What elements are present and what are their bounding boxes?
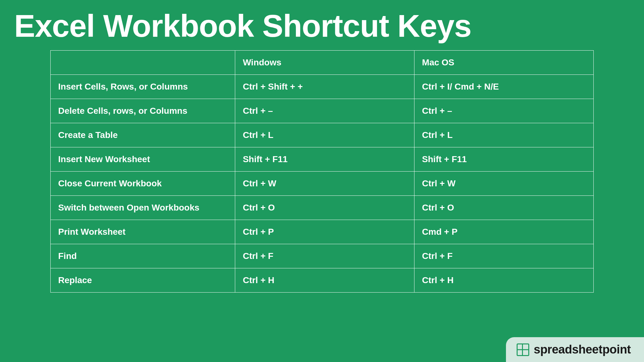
cell-mac: Ctrl + W: [414, 172, 594, 196]
table-row: Insert Cells, Rows, or Columns Ctrl + Sh…: [51, 75, 594, 99]
cell-action: Replace: [51, 268, 235, 293]
table-row: Close Current Workbook Ctrl + W Ctrl + W: [51, 172, 594, 196]
cell-mac: Cmd + P: [414, 220, 594, 244]
header-action: [51, 51, 235, 75]
spreadsheet-icon: [517, 343, 529, 356]
cell-action: Print Worksheet: [51, 220, 235, 244]
cell-action: Close Current Workbook: [51, 172, 235, 196]
cell-action: Switch between Open Workbooks: [51, 196, 235, 220]
header-mac: Mac OS: [414, 51, 594, 75]
cell-mac: Ctrl + L: [414, 123, 594, 147]
cell-windows: Ctrl + L: [235, 123, 414, 147]
cell-mac: Ctrl + O: [414, 196, 594, 220]
table-row: Insert New Worksheet Shift + F11 Shift +…: [51, 147, 594, 172]
table-row: Print Worksheet Ctrl + P Cmd + P: [51, 220, 594, 244]
cell-action: Insert New Worksheet: [51, 147, 235, 172]
cell-windows: Shift + F11: [235, 147, 414, 172]
page-title: Excel Workbook Shortcut Keys: [0, 0, 644, 50]
table-row: Create a Table Ctrl + L Ctrl + L: [51, 123, 594, 147]
table-row: Find Ctrl + F Ctrl + F: [51, 244, 594, 268]
cell-windows: Ctrl + O: [235, 196, 414, 220]
header-windows: Windows: [235, 51, 414, 75]
cell-mac: Ctrl + H: [414, 268, 594, 293]
cell-action: Find: [51, 244, 235, 268]
table-row: Replace Ctrl + H Ctrl + H: [51, 268, 594, 293]
cell-mac: Ctrl + F: [414, 244, 594, 268]
cell-windows: Ctrl + H: [235, 268, 414, 293]
cell-mac: Ctrl + –: [414, 99, 594, 123]
cell-action: Insert Cells, Rows, or Columns: [51, 75, 235, 99]
table-row: Delete Cells, rows, or Columns Ctrl + – …: [51, 99, 594, 123]
cell-action: Create a Table: [51, 123, 235, 147]
table-row: Switch between Open Workbooks Ctrl + O C…: [51, 196, 594, 220]
cell-mac: Shift + F11: [414, 147, 594, 172]
cell-windows: Ctrl + F: [235, 244, 414, 268]
cell-windows: Ctrl + P: [235, 220, 414, 244]
logo-text: spreadsheetpoint: [534, 343, 631, 356]
shortcuts-table: Windows Mac OS Insert Cells, Rows, or Co…: [50, 50, 594, 293]
shortcuts-table-container: Windows Mac OS Insert Cells, Rows, or Co…: [0, 50, 644, 293]
cell-windows: Ctrl + –: [235, 99, 414, 123]
cell-action: Delete Cells, rows, or Columns: [51, 99, 235, 123]
cell-mac: Ctrl + I/ Cmd + N/E: [414, 75, 594, 99]
table-header-row: Windows Mac OS: [51, 51, 594, 75]
logo-badge: spreadsheetpoint: [506, 337, 644, 362]
cell-windows: Ctrl + Shift + +: [235, 75, 414, 99]
cell-windows: Ctrl + W: [235, 172, 414, 196]
